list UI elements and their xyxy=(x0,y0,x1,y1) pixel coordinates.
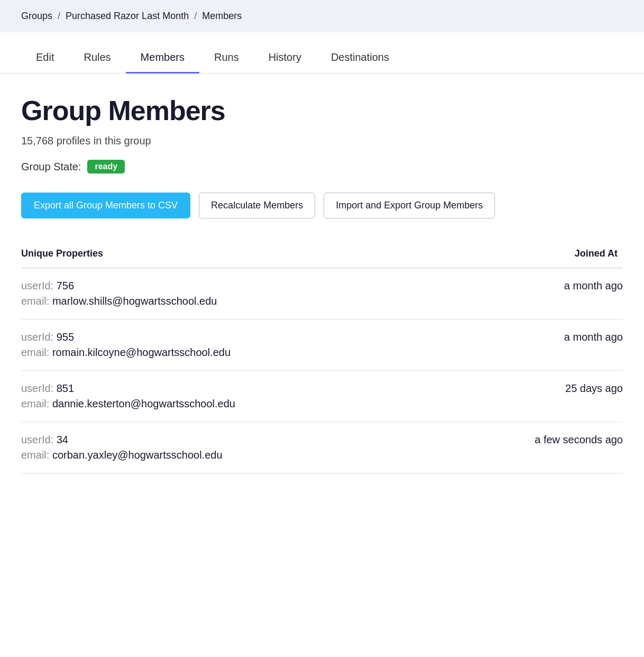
profiles-count: 15,768 profiles in this group xyxy=(21,135,623,147)
tab-rules[interactable]: Rules xyxy=(69,43,125,74)
breadcrumb-groups[interactable]: Groups xyxy=(21,11,52,22)
breadcrumb-group-name[interactable]: Purchased Razor Last Month xyxy=(66,11,189,22)
breadcrumb-sep-2: / xyxy=(194,11,197,22)
email-value: marlow.shills@hogwartsschool.edu xyxy=(52,295,217,307)
tabs-nav: Edit Rules Members Runs History Destinat… xyxy=(0,43,644,74)
joined-at-cell: a month ago xyxy=(447,268,623,320)
recalculate-button[interactable]: Recalculate Members xyxy=(199,193,315,218)
member-props: userId: 955 email: romain.kilcoyne@hogwa… xyxy=(21,331,447,359)
joined-at-cell: a month ago xyxy=(447,320,623,371)
main-content: Group Members 15,768 profiles in this gr… xyxy=(0,74,644,495)
userid-value: 34 xyxy=(57,434,68,445)
member-props: userId: 756 email: marlow.shills@hogwart… xyxy=(21,280,447,307)
action-buttons: Export all Group Members to CSV Recalcul… xyxy=(21,193,623,218)
email-value: romain.kilcoyne@hogwartsschool.edu xyxy=(52,346,231,358)
userid-value: 851 xyxy=(57,382,74,394)
email-line: email: corban.yaxley@hogwartsschool.edu xyxy=(21,449,447,461)
col-header-unique-properties: Unique Properties xyxy=(21,242,447,268)
table-row: userId: 851 email: dannie.kesterton@hogw… xyxy=(21,371,623,422)
userid-line: userId: 34 xyxy=(21,434,447,446)
email-value: corban.yaxley@hogwartsschool.edu xyxy=(52,449,223,461)
email-line: email: romain.kilcoyne@hogwartsschool.ed… xyxy=(21,346,447,359)
table-row: userId: 34 email: corban.yaxley@hogwarts… xyxy=(21,422,623,473)
userid-line: userId: 955 xyxy=(21,331,447,343)
group-state-row: Group State: ready xyxy=(21,160,623,174)
tab-runs[interactable]: Runs xyxy=(199,43,254,74)
export-csv-button[interactable]: Export all Group Members to CSV xyxy=(21,193,190,218)
group-state-badge: ready xyxy=(87,160,125,174)
import-export-button[interactable]: Import and Export Group Members xyxy=(324,193,495,218)
breadcrumb-members[interactable]: Members xyxy=(202,11,242,22)
userid-line: userId: 851 xyxy=(21,382,447,395)
breadcrumb-sep-1: / xyxy=(58,11,60,22)
userid-line: userId: 756 xyxy=(21,280,447,292)
userid-value: 756 xyxy=(57,280,74,291)
col-header-joined-at: Joined At xyxy=(447,242,623,268)
userid-value: 955 xyxy=(57,331,74,343)
table-row: userId: 955 email: romain.kilcoyne@hogwa… xyxy=(21,320,623,371)
member-props: userId: 851 email: dannie.kesterton@hogw… xyxy=(21,382,447,410)
members-table: Unique Properties Joined At userId: 756 … xyxy=(21,242,623,473)
table-row: userId: 756 email: marlow.shills@hogwart… xyxy=(21,268,623,320)
joined-at-cell: 25 days ago xyxy=(447,371,623,422)
breadcrumb: Groups / Purchased Razor Last Month / Me… xyxy=(0,0,644,32)
email-line: email: dannie.kesterton@hogwartsschool.e… xyxy=(21,398,447,410)
member-props: userId: 34 email: corban.yaxley@hogwarts… xyxy=(21,434,447,461)
tab-members[interactable]: Members xyxy=(126,43,199,74)
tab-edit[interactable]: Edit xyxy=(21,43,69,74)
joined-at-cell: a few seconds ago xyxy=(447,422,623,473)
tab-destinations[interactable]: Destinations xyxy=(316,43,404,74)
email-line: email: marlow.shills@hogwartsschool.edu xyxy=(21,295,447,307)
tab-history[interactable]: History xyxy=(254,43,316,74)
email-value: dannie.kesterton@hogwartsschool.edu xyxy=(52,398,235,409)
page-title: Group Members xyxy=(21,95,623,126)
group-state-label: Group State: xyxy=(21,161,81,173)
